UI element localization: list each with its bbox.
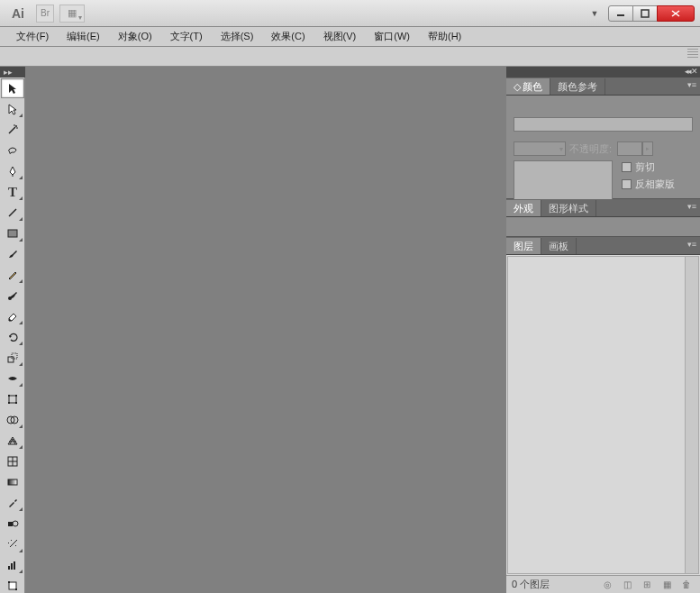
control-bar: [0, 47, 700, 67]
blend-mode-select[interactable]: ▾: [514, 141, 566, 156]
new-sublayer-icon[interactable]: ⊞: [639, 579, 655, 591]
line-tool[interactable]: [1, 203, 24, 223]
clip-checkbox[interactable]: [622, 162, 632, 172]
tab-artboards[interactable]: 画板: [541, 238, 577, 254]
tab-appearance[interactable]: 外观: [506, 200, 541, 216]
invert-mask-label: 反相蒙版: [635, 178, 675, 191]
pen-tool[interactable]: [1, 161, 24, 181]
svg-rect-20: [8, 457, 17, 466]
panels-collapse[interactable]: ◂◂ ✕: [506, 67, 700, 78]
svg-rect-14: [8, 395, 10, 397]
minimize-button[interactable]: [608, 5, 633, 22]
artboard-tool[interactable]: [1, 576, 24, 593]
gradient-tool[interactable]: [1, 472, 24, 492]
svg-rect-15: [15, 395, 17, 397]
tab-color-guide[interactable]: 颜色参考: [550, 78, 605, 95]
svg-point-19: [11, 416, 18, 424]
lasso-tool[interactable]: [1, 141, 24, 160]
rectangle-tool[interactable]: [1, 224, 24, 243]
close-button[interactable]: [657, 5, 695, 22]
tab-layers[interactable]: 图层: [506, 238, 541, 254]
svg-rect-11: [8, 357, 14, 362]
eraser-tool[interactable]: [1, 306, 24, 326]
layers-footer: 0 个图层 ◎ ◫ ⊞ ▦ 🗑: [506, 575, 700, 593]
maximize-button[interactable]: [632, 5, 658, 22]
menu-view[interactable]: 视图(V): [314, 27, 366, 46]
perspective-grid-tool[interactable]: [1, 431, 24, 451]
svg-point-25: [13, 521, 18, 526]
svg-rect-9: [8, 230, 17, 237]
tab-color[interactable]: ◇颜色: [506, 78, 550, 95]
free-transform-tool[interactable]: [1, 389, 24, 409]
svg-rect-31: [15, 588, 17, 590]
pencil-tool[interactable]: [1, 265, 24, 285]
appearance-panel-body: [506, 217, 700, 237]
menu-type[interactable]: 文字(T): [161, 27, 212, 46]
canvas-area[interactable]: [27, 78, 505, 593]
width-tool[interactable]: [1, 369, 24, 388]
scroll-down-icon[interactable]: ▾: [686, 561, 697, 572]
menu-object[interactable]: 对象(O): [109, 27, 161, 46]
layers-panel-body: ▴ ▾ 0 个图层 ◎ ◫ ⊞ ▦ 🗑: [506, 255, 700, 593]
magic-wand-tool[interactable]: [1, 120, 24, 140]
paintbrush-tool[interactable]: [1, 244, 24, 264]
svg-rect-1: [641, 10, 649, 17]
appearance-panel-menu[interactable]: ▾≡: [687, 202, 696, 211]
menu-edit[interactable]: 编辑(E): [58, 27, 109, 46]
blend-tool[interactable]: [1, 514, 24, 534]
toolbox-collapse[interactable]: ▸▸: [0, 67, 25, 78]
bridge-button[interactable]: Br: [36, 5, 54, 23]
appearance-panel-tabs: 外观 图形样式 ▾≡: [506, 199, 700, 217]
make-clip-icon[interactable]: ◫: [619, 579, 635, 591]
title-bar: Ai Br ▦ ▼: [0, 0, 700, 27]
svg-rect-28: [14, 561, 15, 570]
svg-rect-29: [9, 582, 16, 589]
rotate-tool[interactable]: [1, 327, 24, 347]
menu-help[interactable]: 帮助(H): [419, 27, 470, 46]
color-panel-menu[interactable]: ▾≡: [687, 80, 696, 89]
new-layer-icon[interactable]: ▦: [659, 579, 675, 591]
svg-rect-24: [8, 522, 13, 526]
menu-effect[interactable]: 效果(C): [262, 27, 314, 46]
menu-bar: 文件(F) 编辑(E) 对象(O) 文字(T) 选择(S) 效果(C) 视图(V…: [0, 27, 700, 47]
workspace-menu[interactable]: ▼: [587, 5, 602, 23]
svg-line-3: [672, 11, 679, 16]
graph-tool[interactable]: [1, 555, 24, 575]
scale-tool[interactable]: [1, 348, 24, 368]
svg-point-10: [8, 296, 12, 300]
arrange-docs-button[interactable]: ▦: [59, 5, 85, 23]
selection-tool[interactable]: [1, 78, 24, 98]
blob-brush-tool[interactable]: [1, 286, 24, 306]
svg-line-2: [672, 11, 679, 16]
invert-mask-checkbox[interactable]: [622, 179, 632, 189]
opacity-dropdown[interactable]: ▸: [642, 141, 653, 156]
type-tool[interactable]: T: [1, 182, 24, 202]
scroll-up-icon[interactable]: ▴: [686, 258, 697, 269]
layers-panel-menu[interactable]: ▾≡: [687, 240, 696, 249]
mesh-tool[interactable]: [1, 452, 24, 471]
color-swatch-strip[interactable]: [514, 117, 693, 132]
svg-rect-30: [8, 581, 10, 583]
menu-file[interactable]: 文件(F): [7, 27, 58, 46]
toolbox: T: [0, 78, 25, 593]
svg-rect-17: [15, 402, 17, 404]
svg-point-18: [7, 416, 14, 424]
layers-list[interactable]: ▴ ▾: [507, 256, 699, 574]
menu-select[interactable]: 选择(S): [212, 27, 263, 46]
locate-object-icon[interactable]: ◎: [599, 579, 615, 591]
color-panel-body: ▾ 不透明度: ▸ 剪切 反相蒙版: [506, 96, 700, 199]
direct-selection-tool[interactable]: [1, 99, 24, 119]
delete-layer-icon[interactable]: 🗑: [678, 579, 695, 591]
svg-rect-26: [8, 566, 10, 570]
symbol-sprayer-tool[interactable]: [1, 534, 24, 554]
svg-rect-27: [11, 563, 13, 570]
tab-graphic-styles[interactable]: 图形样式: [541, 200, 596, 216]
eyedropper-tool[interactable]: [1, 493, 24, 513]
shape-builder-tool[interactable]: [1, 410, 24, 430]
layer-count: 0 个图层: [512, 578, 550, 591]
panels-column: ◂◂ ✕ ◇颜色 颜色参考 ▾≡ ▾ 不透明度: ▸ 剪切 反相蒙版 外观 图形…: [506, 67, 700, 593]
clip-label: 剪切: [635, 160, 655, 174]
menu-window[interactable]: 窗口(W): [365, 27, 419, 46]
opacity-input[interactable]: [617, 141, 642, 156]
layers-panel-tabs: 图层 画板 ▾≡: [506, 237, 700, 255]
